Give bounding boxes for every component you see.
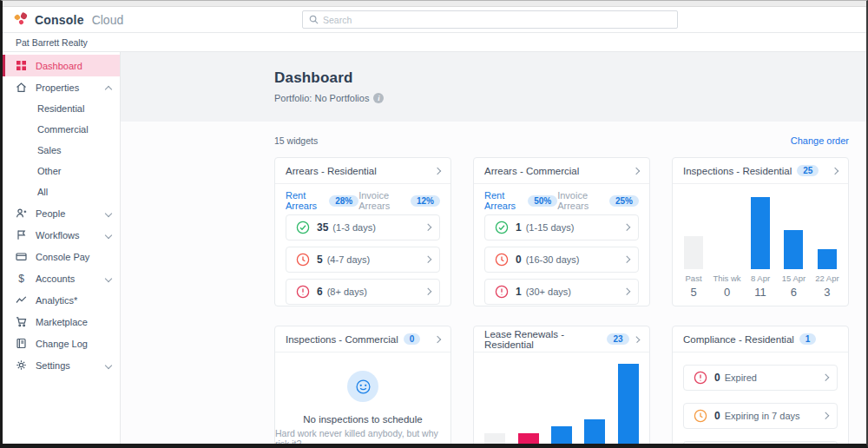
shopping-cart-icon	[16, 316, 27, 327]
stat-range: (1-15 days)	[526, 222, 575, 233]
chart-column: 15 Apr6	[778, 193, 809, 299]
sidebar-item-other[interactable]: Other	[3, 161, 120, 181]
main-content: Dashboard Portfolio: No Portfolios i 15 …	[121, 52, 866, 444]
chevron-down-icon[interactable]	[105, 209, 112, 216]
tab-label: Rent Arrears	[286, 190, 325, 211]
chevron-down-icon[interactable]	[105, 274, 112, 281]
tab-label: Rent Arrears	[484, 190, 523, 211]
tab-rent-arrears[interactable]: Rent Arrears 28%	[286, 190, 358, 211]
stat-range: (30+ days)	[526, 287, 571, 297]
chart-column: 22 Apr	[613, 361, 644, 444]
stat-value: 0	[714, 410, 720, 422]
chart-bar	[484, 433, 505, 444]
clock-circle-icon	[694, 409, 707, 423]
chevron-right-icon[interactable]	[434, 167, 441, 174]
check-circle-icon	[495, 221, 509, 234]
tab-invoice-arrears[interactable]: Invoice Arrears 25%	[557, 190, 639, 211]
change-order-link[interactable]: Change order	[791, 135, 849, 146]
arrears-row-30plus-days[interactable]: 1 (30+ days)	[484, 279, 639, 305]
sidebar-item-analytics[interactable]: Analytics*	[3, 289, 120, 311]
chevron-right-icon	[424, 224, 431, 231]
chart-value-label: 6	[791, 286, 797, 299]
check-circle-icon	[296, 221, 310, 234]
widget-header[interactable]: Inspections - Residential 25	[673, 158, 848, 184]
sidebar-item-label: Commercial	[37, 124, 89, 135]
compliance-row-expiring-7-days[interactable]: 0 Expiring in 7 days	[683, 403, 838, 429]
widgets-grid: Arrears - Residential Rent Arrears 28%	[274, 157, 849, 444]
dashboard-grid-icon	[16, 60, 27, 71]
alert-circle-icon	[296, 285, 310, 299]
app-window: ConsoleCloud Pat Barrett Realty Dashboar…	[0, 0, 868, 448]
sidebar-item-all[interactable]: All	[3, 181, 120, 202]
stat-value: 0	[516, 254, 522, 266]
stat-range: Expired	[725, 372, 757, 383]
stat-range: (4-7 days)	[327, 254, 371, 265]
sidebar-item-commercial[interactable]: Commercial	[3, 119, 120, 140]
chevron-down-icon[interactable]	[105, 361, 112, 368]
widget-arrears-commercial: Arrears - Commercial Rent Arrears 50% I	[473, 157, 650, 306]
chart-bar	[551, 426, 572, 444]
arrears-row-1-15-days[interactable]: 1 (1-15 days)	[484, 214, 639, 240]
chart-bar	[684, 236, 703, 269]
stat-range: (16-30 days)	[526, 254, 580, 265]
chart-value-label: 0	[724, 286, 730, 299]
tab-rent-arrears[interactable]: Rent Arrears 50%	[484, 190, 557, 211]
chart-x-label: Past	[686, 273, 702, 283]
arrears-row-16-30-days[interactable]: 0 (16-30 days)	[484, 247, 639, 273]
tab-invoice-arrears[interactable]: Invoice Arrears 12%	[358, 190, 440, 211]
chevron-right-icon[interactable]	[633, 335, 640, 342]
stat-value: 5	[317, 254, 323, 266]
changelog-book-icon	[16, 338, 27, 349]
organization-name: Pat Barrett Realty	[16, 37, 88, 48]
stat-range: (8+ days)	[327, 287, 367, 297]
compliance-row-expired[interactable]: 0 Expired	[683, 365, 838, 391]
page-title: Dashboard	[274, 69, 866, 87]
sidebar-item-accounts[interactable]: $ Accounts	[3, 267, 120, 289]
dollar-icon: $	[16, 273, 27, 285]
widget-header[interactable]: Lease Renewals - Residential 23	[474, 326, 649, 352]
chevron-right-icon[interactable]	[633, 167, 640, 174]
chart-bar	[584, 419, 605, 444]
widget-count-badge: 0	[404, 333, 421, 345]
sidebar-item-change-log[interactable]: Change Log	[3, 333, 120, 354]
sidebar-item-console-pay[interactable]: Console Pay	[3, 246, 120, 267]
sidebar-item-workflows[interactable]: Workflows	[3, 224, 120, 246]
widget-title: Inspections - Residential	[683, 166, 792, 176]
arrears-row-4-7-days[interactable]: 5 (4-7 days)	[286, 247, 440, 273]
global-search[interactable]	[302, 10, 678, 29]
sidebar-item-marketplace[interactable]: Marketplace	[3, 311, 120, 333]
widget-header[interactable]: Inspections - Commercial 0	[275, 326, 450, 352]
search-input[interactable]	[323, 15, 671, 25]
chevron-up-icon[interactable]	[105, 85, 112, 92]
sidebar-item-settings[interactable]: Settings	[3, 354, 120, 376]
chevron-down-icon[interactable]	[105, 231, 112, 238]
sidebar-item-sales[interactable]: Sales	[3, 140, 120, 161]
chart-bar	[751, 197, 770, 269]
chevron-right-icon[interactable]	[832, 167, 838, 174]
chevron-right-icon[interactable]	[434, 335, 441, 342]
inspections-residential-bar-chart: Past5This wk08 Apr1115 Apr622 Apr3	[673, 184, 848, 299]
chevron-right-icon	[622, 256, 629, 263]
info-icon[interactable]: i	[373, 93, 384, 103]
sidebar-item-people[interactable]: People	[3, 202, 120, 224]
home-icon	[16, 82, 27, 93]
widget-title: Arrears - Commercial	[484, 166, 579, 176]
sidebar-item-residential[interactable]: Residential	[3, 98, 120, 119]
credit-card-icon	[16, 251, 27, 262]
widget-header[interactable]: Arrears - Residential	[275, 158, 450, 184]
widget-header[interactable]: Compliance - Residential 1	[673, 326, 848, 352]
sidebar-item-properties[interactable]: Properties	[3, 76, 120, 98]
lease-renewals-bar-chart: PastThis wk8 Apr15 Apr22 Apr	[474, 352, 649, 444]
chart-bar	[518, 433, 539, 444]
sidebar-item-dashboard[interactable]: Dashboard	[3, 55, 120, 76]
page-header: Dashboard Portfolio: No Portfolios i	[121, 52, 866, 122]
sidebar-item-label: Dashboard	[36, 61, 82, 71]
compliance-row-partial[interactable]	[683, 441, 838, 444]
widget-title: Compliance - Residential	[683, 334, 794, 345]
widget-header[interactable]: Arrears - Commercial	[474, 158, 649, 184]
sidebar-item-label: Change Log	[36, 339, 88, 349]
sidebar-item-label: Properties	[36, 82, 79, 93]
widget-title: Lease Renewals - Residential	[484, 329, 602, 350]
arrears-row-8plus-days[interactable]: 6 (8+ days)	[286, 279, 440, 305]
arrears-row-1-3-days[interactable]: 35 (1-3 days)	[286, 214, 440, 240]
